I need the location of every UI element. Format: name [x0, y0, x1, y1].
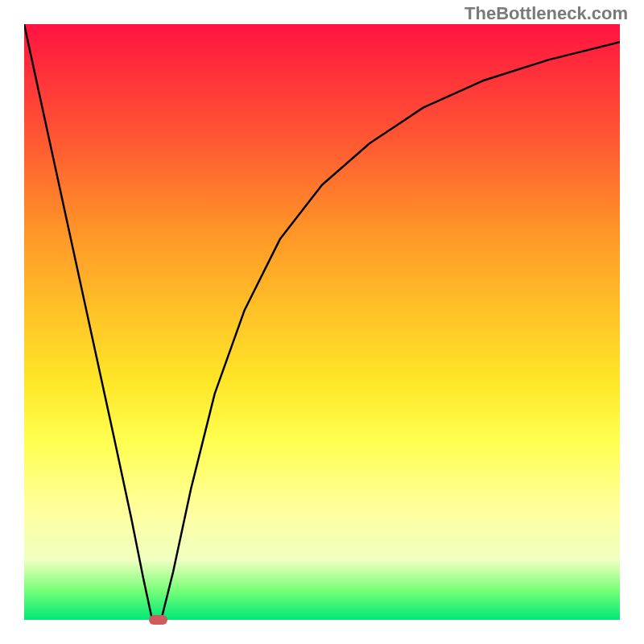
chart-container: TheBottleneck.com	[0, 0, 644, 644]
bottleneck-marker	[149, 615, 167, 625]
curve-line	[24, 24, 620, 620]
watermark-label: TheBottleneck.com	[464, 3, 628, 24]
plot-area	[24, 24, 620, 620]
